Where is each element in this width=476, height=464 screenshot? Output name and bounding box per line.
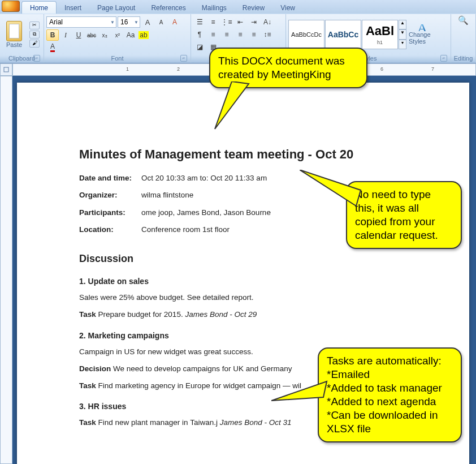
bullets-button[interactable]: ☰	[193, 16, 206, 28]
underline-button[interactable]: U	[72, 29, 85, 41]
cut-button[interactable]: ✂	[29, 22, 40, 29]
align-right-button[interactable]: ≡	[234, 29, 246, 40]
find-button[interactable]: 🔍	[458, 15, 469, 25]
bold-button[interactable]: B	[46, 29, 59, 41]
line-spacing-button[interactable]: ↕≡	[261, 29, 274, 40]
meta-organizer-label: Organizer:	[79, 190, 141, 201]
italic-button[interactable]: I	[59, 29, 72, 41]
meta-organizer-value: wilma flintstone	[141, 190, 193, 201]
justify-button[interactable]: ≡	[248, 29, 260, 40]
svg-rect-0	[4, 67, 8, 72]
style-normal[interactable]: AaBbCcDc	[288, 20, 324, 49]
callout-tasks: Tasks are automatically: *Emailed *Added…	[318, 347, 462, 442]
change-styles-button[interactable]: A Change Styles	[409, 24, 436, 45]
font-color-button[interactable]: A	[46, 41, 59, 53]
show-marks-button[interactable]: ¶	[193, 29, 206, 40]
styles-launcher[interactable]: ⌐	[440, 55, 447, 62]
copy-button[interactable]: ⧉	[29, 31, 40, 38]
vertical-ruler[interactable]	[0, 76, 12, 464]
sort-button[interactable]: A↓	[261, 16, 274, 28]
group-font: Arial▼ 16▼ A A A B I U abc x₂ x² Aa ab A…	[44, 14, 191, 63]
style-heading1[interactable]: AaBlh1	[362, 20, 398, 49]
discussion-heading: Discussion	[79, 251, 413, 267]
paste-label: Paste	[6, 41, 22, 48]
meta-participants-label: Participants:	[79, 207, 141, 218]
gallery-up[interactable]: ▲	[399, 20, 406, 29]
gallery-down[interactable]: ▼	[399, 29, 406, 39]
change-case-button[interactable]: Aa	[124, 29, 137, 41]
font-launcher[interactable]: ⌐	[180, 55, 187, 62]
group-label-editing: Editing	[454, 54, 473, 63]
paste-button[interactable]: Paste	[2, 21, 26, 48]
decrease-indent-button[interactable]: ⇤	[234, 16, 246, 28]
tab-view[interactable]: View	[272, 2, 303, 14]
ribbon-tab-strip: Home Insert Page Layout References Maili…	[0, 0, 476, 14]
align-center-button[interactable]: ≡	[220, 29, 233, 40]
item1-heading: 1. Update on sales	[79, 276, 413, 287]
item1-body: Sales were 25% above budget. See detaile…	[79, 292, 413, 303]
item1-task: Task Prepare budget for 2015. James Bond…	[79, 309, 413, 320]
tab-insert[interactable]: Insert	[57, 2, 89, 14]
tab-review[interactable]: Review	[235, 2, 272, 14]
style-gallery[interactable]: AaBbCcDc AaBbCc AaBlh1 ▲ ▼ ▾	[288, 20, 406, 49]
group-clipboard: Paste ✂ ⧉ 🖌 Clipboard⌐	[0, 14, 44, 63]
grow-font-button[interactable]: A	[141, 16, 154, 28]
format-painter-button[interactable]: 🖌	[29, 40, 40, 48]
meta-datetime-value: Oct 20 10:33 am to: Oct 20 11:33 am	[141, 173, 267, 184]
clear-format-button[interactable]: A	[168, 16, 181, 28]
meta-participants-value: ome joop, James Bond, Jason Bourne	[141, 207, 271, 218]
office-button[interactable]	[2, 1, 20, 12]
gallery-more[interactable]: ▾	[399, 40, 406, 49]
strike-button[interactable]: abc	[85, 29, 98, 41]
meta-location-label: Location:	[79, 224, 141, 235]
callout-meetingking: This DOCX document was created by Meetin…	[209, 48, 367, 88]
subscript-button[interactable]: x₂	[98, 29, 111, 41]
align-left-button[interactable]: ≡	[207, 29, 219, 40]
tab-home[interactable]: Home	[21, 1, 57, 14]
group-label-font: Font⌐	[46, 54, 188, 63]
numbering-button[interactable]: ≡	[207, 16, 219, 28]
group-label-clipboard: Clipboard⌐	[2, 54, 41, 63]
meta-datetime-label: Date and time:	[79, 173, 141, 184]
paste-icon	[6, 21, 22, 41]
clipboard-launcher[interactable]: ⌐	[33, 55, 40, 62]
meta-location-value: Conference room 1st floor	[141, 224, 230, 235]
style-no-spacing[interactable]: AaBbCc	[325, 20, 361, 49]
highlight-button[interactable]: ab	[137, 29, 150, 41]
doc-title: Minutes of Management team meeting - Oct…	[79, 145, 413, 164]
callout-calendar: No need to type this, it was all copied …	[346, 181, 462, 249]
font-name-combo[interactable]: Arial▼	[46, 16, 116, 28]
font-size-combo[interactable]: 16▼	[118, 16, 140, 28]
tab-references[interactable]: References	[143, 2, 193, 14]
tab-mailings[interactable]: Mailings	[194, 2, 235, 14]
view-ruler-toggle[interactable]	[0, 63, 12, 76]
tab-page-layout[interactable]: Page Layout	[89, 2, 143, 14]
item2-heading: 2. Marketing campaigns	[79, 330, 413, 342]
superscript-button[interactable]: x²	[111, 29, 124, 41]
multilevel-button[interactable]: ⋮≡	[220, 16, 233, 28]
shading-button[interactable]: ◪	[193, 41, 206, 53]
group-editing: 🔍 Editing	[451, 14, 476, 63]
shrink-font-button[interactable]: A	[155, 16, 167, 28]
increase-indent-button[interactable]: ⇥	[248, 16, 260, 28]
